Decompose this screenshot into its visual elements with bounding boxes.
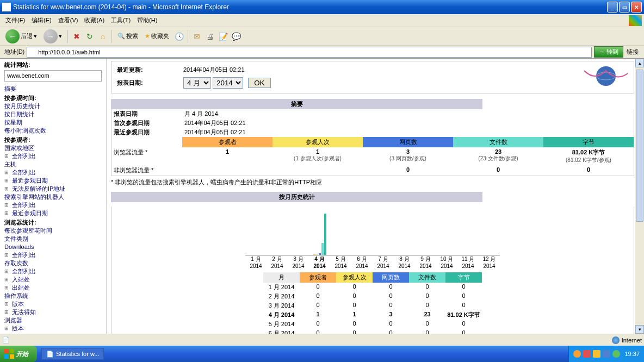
monthly-cell: 0 (300, 329, 336, 334)
menu-favorites[interactable]: 收藏(A) (81, 15, 108, 26)
sidebar-item[interactable]: 版本 (12, 300, 102, 308)
mail-button[interactable]: ✉ (191, 31, 202, 42)
year-select[interactable]: 2014 (213, 77, 243, 89)
tray-icon[interactable] (583, 350, 591, 358)
forward-button[interactable]: → ▾ (41, 28, 64, 45)
mh-bytes: 字节 (445, 272, 482, 283)
sidebar-item[interactable]: 每次参观所花时间 (4, 227, 102, 235)
mh-month: 月 (263, 272, 300, 283)
summary-col-headers: 参观者 参观人次 网页数 文件数 字节 (112, 137, 634, 147)
system-tray[interactable]: 19:37 (568, 346, 644, 362)
sidebar-item[interactable]: 搜索引擎网站的机器人 (4, 193, 102, 201)
sidebar-item[interactable]: 按星期 (4, 118, 102, 127)
monthly-cell: 1 (336, 310, 373, 320)
sidebar-item[interactable]: 全部列出 (12, 152, 102, 160)
menu-view[interactable]: 查看(V) (55, 15, 82, 26)
toolbar-separator (188, 30, 188, 43)
scroll-up-icon[interactable]: ▴ (635, 59, 644, 67)
sidebar-item[interactable]: 存取次数 (4, 259, 102, 267)
monthly-row: 1 月 201400000 (112, 283, 634, 292)
scroll-down-icon[interactable]: ▾ (635, 325, 644, 334)
report-date-label: 报表日期 (114, 110, 184, 118)
sidebar-item[interactable]: 版本 (12, 324, 102, 333)
task-label: Statistics for w... (56, 351, 99, 357)
chart-x-label: 6 月2014 (351, 255, 373, 269)
monthly-cell: 0 (336, 320, 373, 329)
monthly-row: 6 月 201400000 (112, 329, 634, 334)
sidebar-item[interactable]: 最近参观日期 (12, 177, 102, 185)
tray-shield-icon[interactable] (593, 350, 600, 358)
monthly-cell: 0 (300, 301, 336, 310)
maximize-button[interactable]: ▭ (619, 2, 630, 13)
monthly-cell: 23 (409, 310, 445, 320)
menu-file[interactable]: 文件(F) (2, 15, 28, 26)
print-button[interactable]: 🖨 (205, 31, 215, 42)
sidebar-item[interactable]: 出站处 (12, 284, 102, 292)
sidebar-item[interactable]: 全部列出 (12, 251, 102, 259)
home-button[interactable]: ⌂ (97, 31, 108, 42)
monthly-cell: 3 (373, 310, 409, 320)
links-label[interactable]: 链接 (623, 48, 642, 56)
sidebar-item[interactable]: 无法得知 (12, 333, 102, 334)
vertical-scrollbar[interactable]: ▴ ▾ (635, 59, 644, 334)
mh-visits: 参观人次 (336, 272, 373, 283)
tray-icon[interactable] (612, 350, 620, 358)
menu-help[interactable]: 帮助(H) (134, 15, 160, 26)
sidebar-item[interactable]: 主机 (4, 160, 102, 168)
sidebar-item[interactable]: 按月历史统计 (4, 102, 102, 110)
minimize-button[interactable]: _ (607, 2, 618, 13)
col-pages: 网页数 (363, 137, 453, 147)
tray-icon[interactable] (573, 350, 581, 358)
sidebar-item[interactable]: 国家或地区 (4, 144, 102, 152)
sidebar-item[interactable]: Downloads (4, 243, 102, 251)
sidebar-item[interactable]: 无法得知 (12, 308, 102, 316)
sidebar-item[interactable]: 最近参观日期 (12, 209, 102, 217)
sidebar-item[interactable]: 按日期统计 (4, 110, 102, 118)
ok-button[interactable]: OK (248, 78, 270, 88)
search-icon: 🔍 (117, 33, 125, 40)
refresh-button[interactable]: ↻ (84, 31, 95, 42)
chart-bar (313, 254, 315, 255)
back-button[interactable]: ← 后退 ▾ (3, 28, 39, 45)
menubar: 文件(F) 编辑(E) 查看(V) 收藏(A) 工具(T) 帮助(H) (0, 14, 644, 27)
sidebar-item[interactable]: 入站处 (12, 276, 102, 284)
search-button[interactable]: 🔍 搜索 (115, 31, 140, 41)
tray-shield-icon[interactable] (603, 350, 610, 358)
report-date-value: 月 4 月 2014 (184, 110, 631, 118)
stop-button[interactable]: ✖ (71, 31, 82, 42)
discuss-button[interactable]: 💬 (231, 31, 242, 42)
sidebar-item[interactable]: 无法反解译的IP地址 (12, 185, 102, 193)
history-button[interactable]: 🕓 (174, 31, 184, 42)
menu-tools[interactable]: 工具(T) (108, 15, 134, 26)
sidebar-item[interactable]: 全部列出 (12, 201, 102, 209)
site-selector[interactable]: www.benet.com (4, 70, 102, 82)
chart-bar (319, 253, 321, 255)
sidebar-item[interactable]: 浏览器 (4, 316, 102, 324)
go-button[interactable]: → 转到 (594, 46, 623, 58)
windows-logo-icon (4, 349, 14, 359)
sidebar-item[interactable]: 文件类别 (4, 235, 102, 243)
address-input[interactable] (27, 47, 592, 58)
taskbar-item-ie[interactable]: 📄 Statistics for w... (41, 348, 104, 360)
statusbar: 📄 Internet (0, 334, 644, 346)
close-button[interactable]: ✕ (631, 2, 642, 13)
chart-bar (324, 214, 326, 255)
sidebar-item[interactable]: 摘要 (4, 85, 102, 93)
sidebar-item[interactable]: 全部列出 (12, 267, 102, 276)
sidebar-item[interactable]: 每小时浏览次数 (4, 127, 102, 135)
monthly-table-header: 月 参观者 参观人次 网页数 文件数 字节 (112, 272, 634, 283)
col-files: 文件数 (453, 137, 543, 147)
favorites-button[interactable]: ★ 收藏夹 (143, 31, 171, 41)
search-label: 搜索 (126, 32, 138, 40)
start-button[interactable]: 开始 (0, 346, 37, 362)
favorites-label: 收藏夹 (151, 32, 169, 40)
sidebar-item[interactable]: 操作系统 (4, 292, 102, 300)
monthly-row: 2 月 201400000 (112, 292, 634, 301)
chart-x-label: 2 月2014 (267, 255, 288, 269)
month-select[interactable]: 4 月 (183, 77, 211, 89)
edit-button[interactable]: 📝 (218, 31, 228, 42)
sidebar-item[interactable]: 全部列出 (12, 168, 102, 177)
scroll-thumb[interactable] (636, 70, 643, 222)
menu-edit[interactable]: 编辑(E) (28, 15, 55, 26)
monthly-cell: 0 (409, 320, 445, 329)
